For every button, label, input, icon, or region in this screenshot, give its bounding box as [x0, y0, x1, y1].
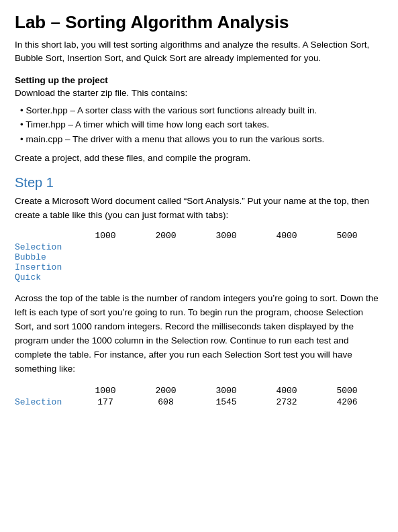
- table2-header-row: 1000 2000 3000 4000 5000: [15, 386, 383, 396]
- table2-val-5000: 4206: [317, 397, 377, 407]
- table2-col-1000: 1000: [75, 386, 136, 396]
- table1-label-quick: Quick: [15, 272, 75, 282]
- bullet-item-3: • main.cpp – The driver with a menu that…: [20, 132, 383, 147]
- table2-row-selection: Selection 177 608 1545 2732 4206: [15, 397, 383, 407]
- table1-col-2000: 2000: [136, 231, 196, 241]
- table2-val-3000: 1545: [196, 397, 256, 407]
- table1-col-3000: 3000: [196, 231, 256, 241]
- table2-val-2000: 608: [136, 397, 196, 407]
- table2-col-4000: 4000: [256, 386, 317, 396]
- page-title: Lab – Sorting Algorithm Analysis: [15, 12, 383, 33]
- compile-text: Create a project, add these files, and c…: [15, 152, 383, 166]
- table1-label-bubble: Bubble: [15, 252, 75, 262]
- table2-val-4000: 2732: [256, 397, 317, 407]
- across-text: Across the top of the table is the numbe…: [15, 292, 383, 376]
- table2-col-3000: 3000: [196, 386, 256, 396]
- bullet-item-1: • Sorter.hpp – A sorter class with the v…: [20, 103, 383, 118]
- table1: 1000 2000 3000 4000 5000 Selection Bubbl…: [15, 231, 383, 282]
- table1-col-5000: 5000: [317, 231, 377, 241]
- table1-label-insertion: Insertion: [15, 262, 75, 272]
- table1-row-bubble: Bubble: [15, 252, 383, 262]
- table2-label-selection: Selection: [15, 397, 75, 407]
- table1-row-insertion: Insertion: [15, 262, 383, 272]
- setup-heading: Setting up the project: [15, 75, 383, 85]
- table1-col-1000: 1000: [75, 231, 136, 241]
- table1-row-quick: Quick: [15, 272, 383, 282]
- table1-label-selection: Selection: [15, 242, 75, 252]
- table2: 1000 2000 3000 4000 5000 Selection 177 6…: [15, 386, 383, 407]
- table1-col-4000: 4000: [256, 231, 317, 241]
- step1-heading: Step 1: [15, 175, 383, 191]
- table1-header-row: 1000 2000 3000 4000 5000: [15, 231, 383, 241]
- bullet-item-2: • Timer.hpp – A timer which will time ho…: [20, 117, 383, 132]
- setup-download-text: Download the starter zip file. This cont…: [15, 87, 383, 101]
- table2-col-2000: 2000: [136, 386, 196, 396]
- table2-val-1000: 177: [75, 397, 136, 407]
- bullet-list: • Sorter.hpp – A sorter class with the v…: [20, 103, 383, 147]
- table2-col-5000: 5000: [317, 386, 377, 396]
- intro-paragraph: In this short lab, you will test sorting…: [15, 38, 383, 66]
- step1-intro: Create a Microsoft Word document called …: [15, 195, 383, 223]
- table1-row-selection: Selection: [15, 242, 383, 252]
